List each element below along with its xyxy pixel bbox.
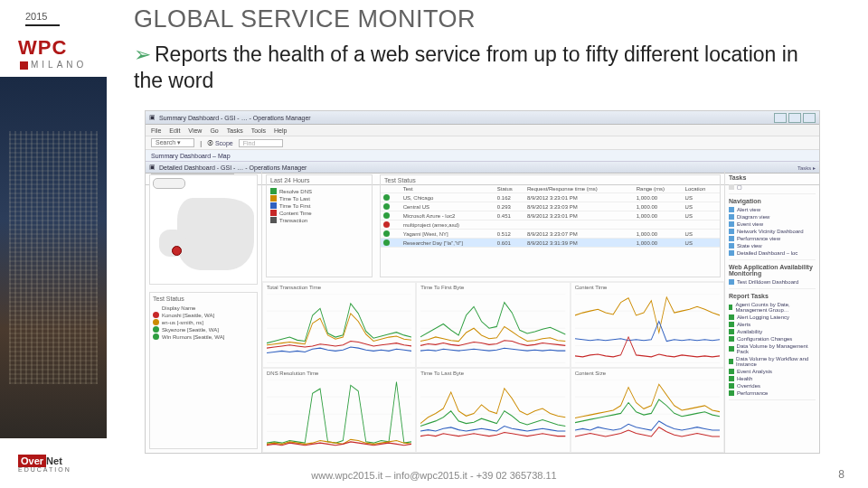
search-dropdown[interactable]: Search ▾ [151,138,194,147]
pane-item[interactable]: ▢ [729,183,816,191]
item-icon [729,383,734,389]
table-row[interactable]: Yagami [West, NY]0.5128/9/2012 3:23:07 P… [381,230,720,239]
pane-item[interactable]: Health [729,375,816,382]
col-header[interactable] [381,185,401,193]
item-label: Detailed Dashboard – loc [737,250,797,256]
pane-item[interactable]: Alert view [729,206,816,213]
pane-item[interactable]: State view [729,242,816,249]
city-square-icon [20,61,28,70]
table-row[interactable]: multiproject (amex,asd) [381,221,720,230]
item-label: Performance view [737,236,780,241]
list-item-label: Win Rumors [Seattle, WA] [162,334,224,340]
menu-go[interactable]: Go [210,127,218,134]
pane-item[interactable]: Diagram view [729,213,816,221]
chart-title: DNS Resolution Time [267,371,411,376]
item-label: Alert Logging Latency [737,314,789,320]
tasks-link[interactable]: Tasks ▸ [797,164,816,171]
legend-item: Content Time [270,210,368,216]
menu-view[interactable]: View [188,127,202,134]
ok-status-icon [153,326,159,333]
list-item[interactable]: Skyezone [Seattle, WA] [153,326,254,333]
legend-label: Content Time [279,211,312,216]
item-label: Diagram view [737,214,769,220]
pane-item[interactable]: Configuration Changes [729,335,816,343]
tasks-pane: Tasks▢ [729,174,816,194]
menu-file[interactable]: File [151,127,161,134]
pane-item[interactable]: Event Analysis [729,368,816,375]
pane-item[interactable]: Alert Logging Latency [729,314,816,321]
find-input[interactable]: Find [239,139,284,147]
col-header[interactable]: Range (ms) [634,185,683,193]
table-row[interactable]: Central US0.2938/9/2012 3:23:03 PM1,000.… [381,202,720,211]
pane-item[interactable]: Alerts [729,321,816,328]
pane-item[interactable]: Test Drilldown Dashboard [729,278,816,286]
pane-item[interactable]: Detailed Dashboard – loc [729,249,816,257]
slide-left-column: 2015 WPC MILANO OverNet EDUCATION [0,0,99,488]
legend-label: Time To First [279,203,310,209]
menu-edit[interactable]: Edit [169,127,180,134]
slide-bullet: ➢Reports the health of a web service fro… [134,42,832,94]
test-status-title: Test Status [153,296,254,302]
chart-content-time: Content Time [571,282,724,368]
maximize-button[interactable] [788,113,801,123]
menu-tools[interactable]: Tools [251,127,266,134]
pane-title: Navigation [729,198,816,204]
list-item[interactable]: en-us [-smith, ns] [153,319,254,325]
item-label: ▢ [737,183,742,190]
pane-item[interactable]: Performance [729,389,816,397]
legend-label: Time To Last [279,196,310,202]
map-marker-icon[interactable] [172,246,182,256]
col-header[interactable]: Status [495,185,524,193]
test-status-panel: Test Status Display NameKonoshi [Seattle… [149,292,258,449]
pane-item[interactable]: Availability [729,328,816,335]
last-24h-title: Last 24 Hours [270,177,368,183]
col-header[interactable]: Request/Response time (ms) [524,185,634,193]
item-icon [729,229,734,234]
legend-swatch-icon [270,195,277,202]
list-item[interactable]: Konoshi [Seattle, WA] [153,312,254,318]
item-icon [729,322,734,327]
pane-item[interactable]: Data Volume by Management Pack [729,343,816,355]
pane-item[interactable]: Network Vicinity Dashboard [729,228,816,235]
table-title: Test Status [384,177,716,183]
map-panel[interactable] [149,174,258,285]
ok-status-icon [383,203,390,210]
chart-title: Time To First Byte [420,285,565,290]
item-icon [729,184,734,190]
left-panel: Test Status Display NameKonoshi [Seattle… [146,171,262,453]
item-label: Event view [737,221,763,227]
slide-title: GLOBAL SERVICE MONITOR [134,5,476,33]
item-icon [729,221,734,227]
pane-item[interactable]: Overrides [729,382,816,389]
chart-time-to-first-byte: Time To First Byte [416,282,570,368]
pane-item[interactable]: Performance view [729,235,816,242]
list-item[interactable]: Win Rumors [Seattle, WA] [153,333,254,340]
pane-title: Web Application Availability Monitoring [729,264,816,277]
pane-item[interactable]: Agent Counts by Date, Management Group… [729,301,816,314]
right-panel: Tasks▢NavigationAlert viewDiagram viewEv… [724,171,819,453]
table-row[interactable]: US, Chicago0.1628/9/2012 3:23:01 PM1,000… [381,193,720,202]
second-window-title: Detailed Dashboard - GSI - … - Operation… [159,164,307,171]
scope-icon[interactable]: ⦿ Scope [207,140,233,146]
pane-item[interactable]: Event view [729,221,816,228]
table-row[interactable]: Microsoft Azure - loc20.4518/9/2012 3:23… [381,211,720,221]
item-icon [729,359,733,364]
brand-logo: WPC [18,36,67,60]
pane-item[interactable]: Data Volume by Workflow and Instance [729,355,816,368]
col-header[interactable]: Test [401,185,495,193]
list-item[interactable]: Display Name [153,305,254,311]
item-icon [729,346,734,352]
close-button[interactable] [803,113,816,123]
col-header[interactable]: Location [683,185,720,193]
screenshot-body: Test Status Display NameKonoshi [Seattle… [146,171,819,453]
menu-tasks[interactable]: Tasks [227,127,243,134]
zoom-slider[interactable] [153,178,185,189]
chart-time-to-last-byte: Time To Last Byte [416,368,570,454]
menu-help[interactable]: Help [274,127,287,134]
ok-status-icon [383,230,390,237]
item-icon [729,329,734,334]
minimize-button[interactable] [774,113,787,123]
chart-total-transaction-time: Total Transaction Time [262,282,416,368]
item-label: Alerts [737,322,750,327]
table-row[interactable]: Researcher Day ["la","tl"]0.6018/9/2012 … [381,239,720,248]
